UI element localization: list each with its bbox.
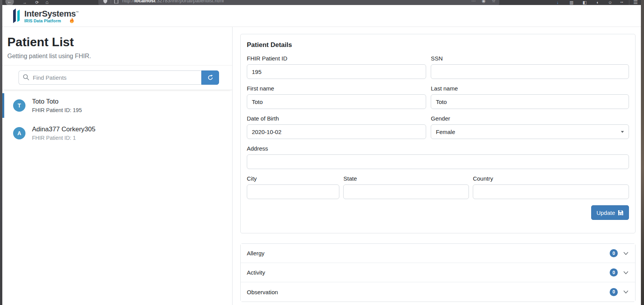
refresh-patients-button[interactable]: [201, 70, 219, 85]
patient-fhir-id: FHIR Patient ID: 1: [32, 135, 95, 141]
accordion-row-activity[interactable]: Activity 0: [241, 263, 635, 282]
back-button[interactable]: ←: [5, 0, 14, 5]
gender-select[interactable]: Female: [431, 124, 629, 139]
update-button[interactable]: Update: [591, 205, 629, 220]
page-actions-icon[interactable]: ⋯: [472, 0, 476, 5]
bookmark-star-icon[interactable]: ☆: [492, 0, 496, 5]
patient-details-panel: Patient Details FHIR Patient ID SSN Firs…: [233, 27, 641, 305]
forward-button[interactable]: →: [22, 0, 28, 5]
url-path: :32783/fhir/portal/patientlist.html: [155, 0, 224, 3]
city-label: City: [247, 175, 339, 182]
last-name-field[interactable]: [431, 94, 629, 109]
address-field[interactable]: [247, 154, 629, 169]
account-button[interactable]: ☺: [607, 0, 613, 5]
accordion-row-allergy[interactable]: Allergy 0: [241, 244, 635, 263]
privacy-button[interactable]: ◐: [595, 0, 601, 5]
url-text[interactable]: http://localhost:32783/fhir/portal/patie…: [122, 0, 224, 5]
chevron-down-icon: [623, 289, 629, 295]
address-label: Address: [247, 145, 629, 152]
state-field[interactable]: [343, 184, 469, 199]
trademark: ™: [76, 11, 79, 14]
gender-value: Female: [436, 129, 455, 135]
reload-button[interactable]: ⟳: [34, 0, 40, 5]
ssn-label: SSN: [431, 55, 629, 62]
last-name-label: Last name: [431, 85, 629, 92]
resource-accordion: Allergy 0 Activity 0: [240, 243, 636, 302]
flame-icon: [69, 18, 75, 24]
count-badge: 0: [610, 268, 618, 277]
page-info-icon[interactable]: [114, 0, 118, 3]
browser-toolbar: ← → ⟳ ⌂ http://localhost:32783/fhir/port…: [2, 0, 641, 5]
details-title: Patient Details: [247, 41, 629, 49]
accordion-label: Observation: [247, 289, 278, 295]
country-field[interactable]: [473, 184, 629, 199]
chevron-down-icon: [623, 250, 629, 256]
home-button[interactable]: ⌂: [44, 0, 50, 5]
first-name-label: First name: [247, 85, 426, 92]
state-label: State: [343, 175, 469, 182]
fhir-id-label: FHIR Patient ID: [247, 55, 426, 62]
patient-avatar: T: [13, 99, 25, 112]
chevron-down-icon: [623, 270, 629, 276]
search-icon: [23, 74, 29, 80]
patient-details-card: Patient Details FHIR Patient ID SSN Firs…: [240, 34, 636, 233]
chevron-down-icon: [621, 131, 624, 133]
page-title: Patient List: [7, 35, 227, 49]
page-subtitle: Getting patient list using FHIR.: [7, 53, 227, 60]
country-label: Country: [473, 175, 629, 182]
patient-name: Toto Toto: [32, 98, 82, 106]
patient-list-item[interactable]: T Toto Toto FHIR Patient ID: 195: [2, 93, 232, 118]
desktop-wallpaper-right: [641, 0, 644, 305]
patient-list: T Toto Toto FHIR Patient ID: 195 A Adina…: [2, 90, 232, 146]
count-badge: 0: [610, 288, 618, 296]
intersystems-logo: InterSystems™ IRIS Data Platform: [12, 8, 79, 23]
fhir-id-field[interactable]: [247, 64, 426, 79]
intersystems-logo-icon: [12, 8, 22, 23]
patient-list-panel: Patient List Getting patient list using …: [2, 27, 233, 305]
url-bar[interactable]: http://localhost:32783/fhir/portal/patie…: [98, 0, 499, 5]
url-protocol: http://: [122, 0, 134, 3]
save-icon: [618, 210, 624, 216]
gender-label: Gender: [431, 115, 629, 122]
brand-name: InterSystems™: [24, 8, 79, 18]
toolbar-separator: [629, 0, 629, 5]
menu-button[interactable]: ☰: [632, 0, 639, 5]
browser-window: ← → ⟳ ⌂ http://localhost:32783/fhir/port…: [2, 0, 641, 305]
library-button[interactable]: ▥: [568, 0, 575, 5]
sync-icon: [207, 74, 214, 81]
dob-field[interactable]: [247, 124, 426, 139]
city-field[interactable]: [247, 184, 339, 199]
sidebar-button[interactable]: ◧: [582, 0, 588, 5]
dob-label: Date of Birth: [247, 115, 426, 122]
extensions-button[interactable]: ▪▪: [618, 0, 626, 5]
pocket-icon[interactable]: ◉: [482, 0, 486, 5]
patient-name: Adina377 Corkery305: [32, 126, 95, 133]
update-button-label: Update: [597, 209, 615, 216]
search-input[interactable]: [19, 70, 201, 85]
count-badge: 0: [610, 249, 618, 257]
accordion-label: Activity: [247, 269, 265, 276]
ssn-field[interactable]: [431, 64, 629, 79]
first-name-field[interactable]: [247, 94, 426, 109]
tracking-shield-icon[interactable]: [103, 0, 108, 3]
url-host: localhost: [134, 0, 155, 3]
accordion-label: Allergy: [247, 250, 265, 256]
downloads-button[interactable]: ↓: [555, 0, 561, 5]
patient-avatar: A: [13, 127, 25, 139]
patient-list-item[interactable]: A Adina377 Corkery305 FHIR Patient ID: 1: [2, 121, 232, 146]
accordion-row-observation[interactable]: Observation 0: [241, 282, 635, 302]
search-section: [2, 65, 232, 90]
url-separator: [111, 0, 111, 4]
patient-fhir-id: FHIR Patient ID: 195: [32, 107, 82, 113]
site-header: InterSystems™ IRIS Data Platform: [2, 5, 641, 27]
